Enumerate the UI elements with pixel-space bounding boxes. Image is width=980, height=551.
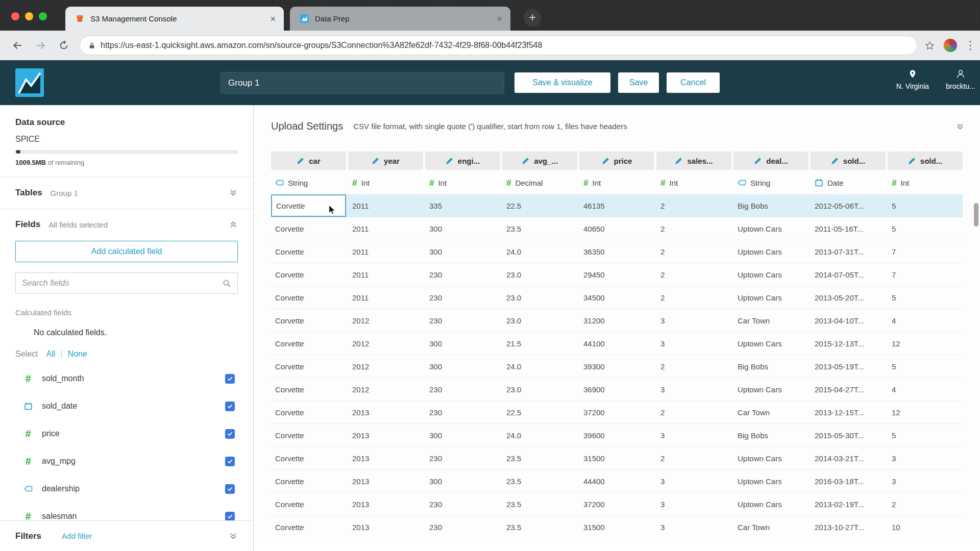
table-cell[interactable]: 23.0 <box>502 309 577 332</box>
table-cell[interactable]: 2014-07-05T... <box>811 263 886 286</box>
column-header-8[interactable]: sold... <box>888 152 963 170</box>
search-fields-input[interactable] <box>22 279 223 288</box>
column-header-0[interactable]: car <box>271 152 346 170</box>
table-cell[interactable]: 2 <box>656 217 731 240</box>
table-cell[interactable]: 21.5 <box>502 332 577 355</box>
table-cell[interactable]: 3 <box>656 493 731 515</box>
table-cell[interactable]: 2011 <box>348 240 423 263</box>
table-cell[interactable]: 5 <box>888 194 963 217</box>
table-cell[interactable]: 2013 <box>348 401 423 423</box>
table-cell[interactable]: Big Bobs <box>733 194 808 217</box>
table-cell[interactable]: 36900 <box>579 378 654 400</box>
table-cell[interactable]: 2 <box>888 493 963 515</box>
tab-data-prep[interactable]: Data Prep × <box>290 7 510 31</box>
browser-profile-avatar[interactable] <box>943 38 958 53</box>
column-type-3[interactable]: #Decimal <box>502 173 577 192</box>
table-cell[interactable]: 24.0 <box>502 240 577 263</box>
table-cell[interactable]: 2 <box>656 355 731 378</box>
table-cell[interactable]: 2014-03-21T... <box>811 447 886 469</box>
table-cell[interactable]: 44400 <box>579 470 654 492</box>
field-checkbox[interactable] <box>225 374 235 384</box>
table-cell[interactable]: Uptown Cars <box>733 493 808 515</box>
column-type-6[interactable]: String <box>733 173 808 192</box>
save-button[interactable]: Save <box>618 72 659 93</box>
table-cell[interactable]: Corvette <box>271 470 346 492</box>
field-row-sold_month[interactable]: #sold_month <box>0 365 253 392</box>
table-cell[interactable]: 2012 <box>348 378 423 400</box>
table-cell[interactable]: Corvette <box>271 286 346 309</box>
table-cell[interactable]: 2015-05-30T... <box>811 424 886 446</box>
table-cell[interactable]: Uptown Cars <box>733 378 808 400</box>
user-menu[interactable]: brocktu... <box>937 68 980 90</box>
table-cell[interactable]: 2013-07-31T... <box>811 240 886 263</box>
table-cell[interactable]: 2013-04-10T... <box>811 309 886 332</box>
table-cell[interactable]: Big Bobs <box>733 424 808 446</box>
table-cell[interactable]: 3 <box>656 309 731 332</box>
table-cell[interactable]: 2011 <box>348 217 423 240</box>
table-cell[interactable]: Corvette <box>271 493 346 515</box>
table-cell[interactable]: 4 <box>888 309 963 332</box>
table-cell[interactable]: 31200 <box>579 309 654 332</box>
table-cell[interactable]: 2 <box>656 263 731 286</box>
table-cell[interactable]: 300 <box>425 332 500 355</box>
table-cell[interactable]: 3 <box>656 424 731 446</box>
table-cell[interactable]: Car Town <box>733 401 808 423</box>
table-cell[interactable]: 2013 <box>348 493 423 515</box>
table-cell[interactable]: Corvette <box>271 263 346 286</box>
field-checkbox[interactable] <box>225 429 235 439</box>
table-cell[interactable]: 230 <box>425 493 500 515</box>
table-cell[interactable]: Uptown Cars <box>733 240 808 263</box>
column-header-5[interactable]: sales... <box>656 152 731 170</box>
table-cell[interactable]: Corvette <box>271 516 346 538</box>
table-cell[interactable]: 2 <box>656 447 731 469</box>
table-cell[interactable]: 39600 <box>579 424 654 446</box>
column-type-8[interactable]: #Int <box>888 173 963 192</box>
table-cell[interactable]: 23.5 <box>502 493 577 515</box>
table-cell[interactable]: Car Town <box>733 516 808 538</box>
table-cell[interactable]: 300 <box>425 424 500 446</box>
table-cell[interactable]: 2015-12-13T... <box>811 332 886 355</box>
table-cell[interactable]: 23.5 <box>502 447 577 469</box>
table-cell[interactable]: 3 <box>656 470 731 492</box>
table-cell[interactable]: 2 <box>656 286 731 309</box>
table-cell[interactable]: 23.0 <box>502 286 577 309</box>
table-cell[interactable]: 5 <box>888 355 963 378</box>
table-cell[interactable]: 2013 <box>348 447 423 469</box>
table-cell[interactable]: 2011 <box>348 194 423 217</box>
table-cell[interactable]: 3 <box>888 447 963 469</box>
table-cell[interactable]: Uptown Cars <box>733 470 808 492</box>
region-selector[interactable]: N. Virginia <box>889 68 936 90</box>
column-type-4[interactable]: #Int <box>579 173 654 192</box>
table-cell[interactable]: 23.5 <box>502 516 577 538</box>
table-cell[interactable]: 12 <box>888 332 963 355</box>
table-cell[interactable]: 23.5 <box>502 217 577 240</box>
save-visualize-button[interactable]: Save & visualize <box>514 72 610 93</box>
table-cell[interactable]: Corvette <box>271 378 346 400</box>
field-row-sold_date[interactable]: sold_date <box>0 392 253 420</box>
table-cell[interactable]: 3 <box>888 470 963 492</box>
table-cell[interactable]: Corvette <box>271 401 346 423</box>
table-cell[interactable]: 300 <box>425 355 500 378</box>
table-cell[interactable]: 230 <box>425 378 500 400</box>
table-cell[interactable]: 230 <box>425 516 500 538</box>
column-header-2[interactable]: engi... <box>425 152 500 170</box>
zoom-window-button[interactable] <box>39 12 47 20</box>
field-checkbox[interactable] <box>225 512 235 521</box>
table-cell[interactable]: 2012 <box>348 355 423 378</box>
table-cell[interactable]: 2012 <box>348 332 423 355</box>
column-header-3[interactable]: avg_... <box>502 152 577 170</box>
select-all-link[interactable]: All <box>46 349 55 359</box>
table-cell[interactable]: 300 <box>425 470 500 492</box>
table-cell[interactable]: 2012-05-06T... <box>811 194 886 217</box>
tab-s3-management-console[interactable]: S3 Management Console × <box>65 7 284 31</box>
chevron-double-down-icon[interactable] <box>229 188 238 197</box>
back-icon[interactable] <box>11 39 23 52</box>
table-cell[interactable]: 300 <box>425 240 500 263</box>
column-header-4[interactable]: price <box>579 152 654 170</box>
table-cell[interactable]: 2013 <box>348 516 423 538</box>
table-cell[interactable]: Uptown Cars <box>733 286 808 309</box>
table-cell[interactable]: Car Town <box>733 309 808 332</box>
table-cell[interactable]: Uptown Cars <box>733 263 808 286</box>
table-cell[interactable]: 29450 <box>579 263 654 286</box>
column-header-6[interactable]: deal... <box>733 152 808 170</box>
